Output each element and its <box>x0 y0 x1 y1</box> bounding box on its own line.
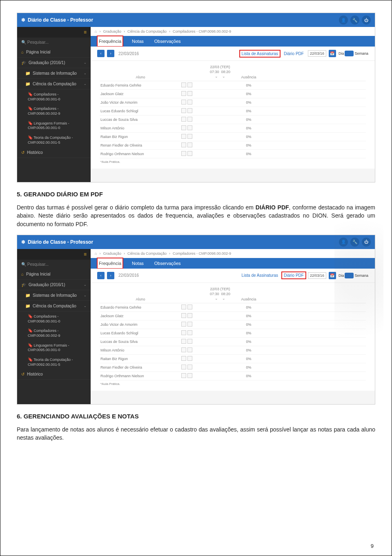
schedule-icon[interactable] <box>187 347 192 352</box>
schedule-icon[interactable] <box>187 322 192 327</box>
student-name: Jackson Glatz <box>100 92 181 96</box>
schedule-icon[interactable] <box>187 100 192 105</box>
breadcrumb-item[interactable]: Compiladores - CMP.0098.00.002-9 <box>173 29 231 33</box>
settings-icon[interactable]: 🔧 <box>350 238 359 247</box>
note-icon[interactable] <box>181 365 186 369</box>
schedule-icon[interactable] <box>187 330 192 335</box>
sidebar-graduacao[interactable]: 🎓Graduação (2016/1)⌄ <box>17 280 91 290</box>
sidebar-sistemas[interactable]: 📁Sistemas de Informação⌄ <box>17 290 91 301</box>
schedule-icon[interactable] <box>187 365 192 369</box>
sidebar-home[interactable]: ⌂Página Inicial <box>17 269 91 280</box>
date-input[interactable]: 22/03/16 <box>308 50 326 57</box>
note-icon[interactable] <box>181 313 186 318</box>
sidebar-ciencia[interactable]: 📁Ciência da Computação⌄ <box>17 301 91 311</box>
sidebar-sub-2[interactable]: 🔖 Linguagens Formais - CMP.0095.00.001-0 <box>17 118 91 133</box>
settings-icon[interactable]: 🔧 <box>350 16 359 24</box>
tab-notas[interactable]: Notas <box>130 36 145 47</box>
schedule-icon[interactable] <box>187 125 192 130</box>
note-icon[interactable] <box>181 339 186 344</box>
note-icon[interactable] <box>181 82 186 87</box>
power-icon[interactable]: ⏻ <box>362 16 371 24</box>
sidebar-sub-0[interactable]: 🔖 Compiladores - CMP.0098.00.001-0 <box>17 89 91 104</box>
sidebar-home[interactable]: ⌂Página Inicial <box>17 47 91 58</box>
lista-assinaturas-button[interactable]: Lista de Assinaturas <box>240 51 280 57</box>
breadcrumb-item[interactable]: Ciência da Computação <box>127 29 167 33</box>
breadcrumb-item[interactable]: Graduação <box>103 251 121 256</box>
tab-frequencia[interactable]: Frequência <box>97 36 123 47</box>
chevron-down-icon: ⌄ <box>84 82 87 86</box>
breadcrumb-home-icon[interactable]: ⌂ <box>95 29 97 33</box>
next-day-button[interactable]: › <box>107 272 114 279</box>
note-icon[interactable] <box>181 142 186 147</box>
sidebar-sub-2[interactable]: 🔖 Linguagens Formais - CMP.0095.00.001-0 <box>17 340 91 355</box>
schedule-icon[interactable] <box>187 117 192 122</box>
schedule-icon[interactable] <box>187 134 192 139</box>
sidebar-historico[interactable]: ↺Histórico <box>17 147 91 158</box>
sidebar-sub-0[interactable]: 🔖 Compiladores - CMP.0098.00.001-0 <box>17 311 91 326</box>
note-icon[interactable] <box>181 125 186 130</box>
note-icon[interactable] <box>181 91 186 96</box>
note-icon[interactable] <box>181 134 186 139</box>
sidebar-graduacao[interactable]: 🎓Graduação (2016/1)⌄ <box>17 58 91 68</box>
calendar-icon[interactable]: 📅 <box>329 50 336 57</box>
breadcrumb-home-icon[interactable]: ⌂ <box>95 251 97 256</box>
user-icon[interactable]: 👤 <box>339 238 348 247</box>
schedule-icon[interactable] <box>187 82 192 87</box>
sidebar-sub-3[interactable]: 🔖 Teoria da Computação - CMP.0092.00.001… <box>17 133 91 147</box>
schedule-icon[interactable] <box>187 356 192 361</box>
sidebar-sub-1[interactable]: 🔖 Compiladores - CMP.0098.00.002-9 <box>17 326 91 340</box>
note-icon[interactable] <box>181 322 186 327</box>
search-input[interactable]: 🔍 Pesquisar... <box>17 260 91 269</box>
tab-notas[interactable]: Notas <box>130 258 145 269</box>
note-icon[interactable] <box>181 330 186 335</box>
hamburger-icon[interactable]: ≡ <box>17 249 91 260</box>
sidebar-historico[interactable]: ↺Histórico <box>17 369 91 380</box>
note-icon[interactable] <box>181 117 186 122</box>
hamburger-icon[interactable]: ≡ <box>17 27 91 38</box>
note-icon[interactable] <box>181 356 186 361</box>
diario-pdf-button[interactable]: Diário PDF <box>282 51 305 57</box>
sidebar-sub-1[interactable]: 🔖 Compiladores - CMP.0098.00.002-9 <box>17 104 91 118</box>
view-toggle[interactable] <box>345 273 354 278</box>
power-icon[interactable]: ⏻ <box>362 238 371 247</box>
schedule-icon[interactable] <box>187 151 192 156</box>
student-name: Lucas Eduardo Schlogl <box>100 331 181 335</box>
calendar-icon[interactable]: 📅 <box>329 272 336 279</box>
search-input[interactable]: 🔍 Pesquisar... <box>17 38 91 47</box>
paragraph-5: Dentro das turmas é possível gerar o diá… <box>17 203 375 228</box>
tab-observacoes[interactable]: Observações <box>153 258 183 269</box>
sidebar-sistemas[interactable]: 📁Sistemas de Informação⌄ <box>17 68 91 79</box>
absence-value: 0% <box>238 126 259 130</box>
main-panel: ⌂ › Graduação › Ciência da Computação › … <box>91 249 375 404</box>
tab-frequencia[interactable]: Frequência <box>97 258 123 269</box>
bookmark-icon: 🔖 <box>28 328 33 333</box>
note-icon[interactable] <box>181 100 186 105</box>
lista-assinaturas-button[interactable]: Lista de Assinaturas <box>240 272 280 278</box>
note-icon[interactable] <box>181 151 186 156</box>
diario-pdf-button[interactable]: Diário PDF <box>282 272 305 278</box>
schedule-icon[interactable] <box>187 142 192 147</box>
note-icon[interactable] <box>181 347 186 352</box>
prev-day-button[interactable]: ‹ <box>97 272 105 279</box>
schedule-icon[interactable] <box>187 373 192 378</box>
user-icon[interactable]: 👤 <box>339 16 348 24</box>
note-icon[interactable] <box>181 305 186 309</box>
schedule-icon[interactable] <box>187 108 192 113</box>
schedule-icon[interactable] <box>187 313 192 318</box>
schedule-icon[interactable] <box>187 305 192 309</box>
schedule-icon[interactable] <box>187 91 192 96</box>
schedule-icon[interactable] <box>187 339 192 344</box>
sidebar-ciencia[interactable]: 📁Ciência da Computação⌄ <box>17 79 91 89</box>
next-day-button[interactable]: › <box>107 50 114 57</box>
tab-observacoes[interactable]: Observações <box>153 36 183 47</box>
note-icon[interactable] <box>181 108 186 113</box>
breadcrumb-item[interactable]: Ciência da Computação <box>127 251 167 256</box>
date-input[interactable]: 22/03/16 <box>308 272 326 279</box>
note-icon[interactable] <box>181 373 186 378</box>
breadcrumb-item[interactable]: Compiladores - CMP.0098.00.002-9 <box>173 251 231 256</box>
prev-day-button[interactable]: ‹ <box>97 50 105 57</box>
view-toggle[interactable] <box>345 51 354 56</box>
absence-value: 0% <box>238 135 259 139</box>
breadcrumb-item[interactable]: Graduação <box>103 29 121 33</box>
sidebar-sub-3[interactable]: 🔖 Teoria da Computação - CMP.0092.00.001… <box>17 355 91 369</box>
